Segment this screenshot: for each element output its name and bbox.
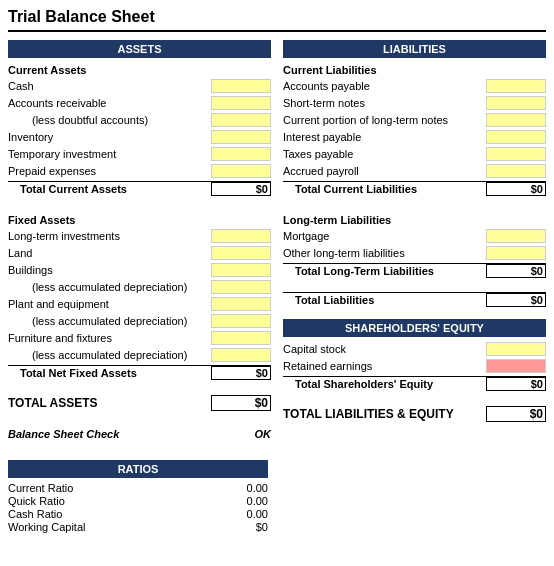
total-longterm-liabilities-value: $0 [486,264,546,278]
mortgage-input[interactable] [486,229,546,243]
buildings-input[interactable] [211,263,271,277]
liabilities-section: LIABILITIES Current Liabilities Accounts… [283,40,546,534]
total-current-liabilities-row: Total Current Liabilities $0 [283,181,546,196]
current-portion-longterm-input[interactable] [486,113,546,127]
list-item: Current portion of long-term notes [283,112,546,128]
taxes-payable-input[interactable] [486,147,546,161]
total-label: Total Shareholders' Equity [283,378,486,390]
asset-label: Cash [8,80,211,92]
total-liabilities-value: $0 [486,293,546,307]
plant-depreciation-input[interactable] [211,314,271,328]
accounts-payable-input[interactable] [486,79,546,93]
asset-label: Accounts receivable [8,97,211,109]
plant-equipment-input[interactable] [211,297,271,311]
fixed-assets-title: Fixed Assets [8,214,271,226]
accounts-receivable-input[interactable] [211,96,271,110]
list-item: (less accumulated depreciation) [8,279,271,295]
asset-label: Land [8,247,211,259]
inventory-input[interactable] [211,130,271,144]
furniture-input[interactable] [211,331,271,345]
ratio-value: 0.00 [247,495,268,507]
asset-label: Long-term investments [8,230,211,242]
list-item: Taxes payable [283,146,546,162]
list-item: (less accumulated depreciation) [8,347,271,363]
total-current-assets-value: $0 [211,182,271,196]
total-label: Total Liabilities [283,294,486,306]
asset-label: (less accumulated depreciation) [8,349,211,361]
equity-label: Capital stock [283,343,486,355]
ratio-value: 0.00 [247,508,268,520]
list-item: Furniture and fixtures [8,330,271,346]
total-fixed-assets-value: $0 [211,366,271,380]
asset-label: (less accumulated depreciation) [8,281,211,293]
total-fixed-assets-row: Total Net Fixed Assets $0 [8,365,271,380]
page-title: Trial Balance Sheet [8,8,546,32]
list-item: Plant and equipment [8,296,271,312]
ratios-section: RATIOS Current Ratio 0.00 Quick Ratio 0.… [8,460,268,533]
total-equity-row: Total Shareholders' Equity $0 [283,376,546,391]
balance-check-row: Balance Sheet Check OK [8,428,271,440]
land-input[interactable] [211,246,271,260]
longterm-investments-input[interactable] [211,229,271,243]
ratio-value: 0.00 [247,482,268,494]
ratio-label: Working Capital [8,521,85,533]
liability-label: Accrued payroll [283,165,486,177]
prepaid-expenses-input[interactable] [211,164,271,178]
list-item: Accounts payable [283,78,546,94]
interest-payable-input[interactable] [486,130,546,144]
other-longterm-input[interactable] [486,246,546,260]
current-liabilities-title: Current Liabilities [283,64,546,76]
list-item: Cash [8,78,271,94]
total-assets-value: $0 [211,395,271,411]
equity-header: SHAREHOLDERS' EQUITY [283,319,546,337]
longterm-liabilities-title: Long-term Liabilities [283,214,546,226]
total-liabilities-row: Total Liabilities $0 [283,292,546,307]
total-current-assets-row: Total Current Assets $0 [8,181,271,196]
furniture-depreciation-input[interactable] [211,348,271,362]
doubtful-accounts-input[interactable] [211,113,271,127]
ratio-value: $0 [256,521,268,533]
asset-label: Temporary investment [8,148,211,160]
current-assets-title: Current Assets [8,64,271,76]
list-item: Buildings [8,262,271,278]
retained-earnings-input[interactable] [486,359,546,373]
equity-label: Retained earnings [283,360,486,372]
list-item: Current Ratio 0.00 [8,482,268,494]
ratios-header: RATIOS [8,460,268,478]
list-item: (less doubtful accounts) [8,112,271,128]
total-current-liabilities-value: $0 [486,182,546,196]
list-item: Temporary investment [8,146,271,162]
asset-label: (less accumulated depreciation) [8,315,211,327]
total-assets-label: TOTAL ASSETS [8,396,211,410]
ratio-label: Cash Ratio [8,508,62,520]
liability-label: Short-term notes [283,97,486,109]
list-item: Prepaid expenses [8,163,271,179]
short-term-notes-input[interactable] [486,96,546,110]
balance-check-label: Balance Sheet Check [8,428,119,440]
assets-section: ASSETS Current Assets Cash Accounts rece… [8,40,271,534]
balance-check-value: OK [255,428,272,440]
total-liabilities-equity-label: TOTAL LIABILITIES & EQUITY [283,407,486,421]
list-item: Retained earnings [283,358,546,374]
accrued-payroll-input[interactable] [486,164,546,178]
list-item: Other long-term liabilities [283,245,546,261]
total-equity-value: $0 [486,377,546,391]
list-item: Short-term notes [283,95,546,111]
list-item: Accrued payroll [283,163,546,179]
asset-label: Prepaid expenses [8,165,211,177]
buildings-depreciation-input[interactable] [211,280,271,294]
total-label: Total Long-Term Liabilities [283,265,486,277]
total-assets-row: TOTAL ASSETS $0 [8,395,271,411]
temp-investment-input[interactable] [211,147,271,161]
list-item: Capital stock [283,341,546,357]
list-item: (less accumulated depreciation) [8,313,271,329]
list-item: Interest payable [283,129,546,145]
capital-stock-input[interactable] [486,342,546,356]
liability-label: Interest payable [283,131,486,143]
liability-label: Taxes payable [283,148,486,160]
total-liabilities-equity-row: TOTAL LIABILITIES & EQUITY $0 [283,406,546,422]
cash-input[interactable] [211,79,271,93]
total-label: Total Net Fixed Assets [8,367,211,379]
list-item: Accounts receivable [8,95,271,111]
total-label: Total Current Liabilities [283,183,486,195]
